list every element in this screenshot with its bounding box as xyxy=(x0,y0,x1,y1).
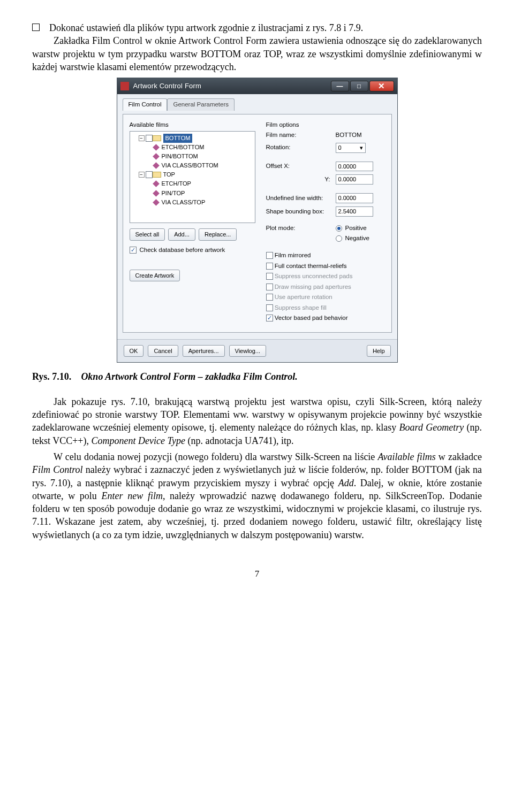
aperture-rotation-checkbox[interactable] xyxy=(266,294,273,301)
bullet-marker xyxy=(32,24,40,31)
tab-film-control[interactable]: Film Control xyxy=(123,98,168,111)
offset-x-input[interactable]: 0.0000 xyxy=(336,162,373,172)
caption-text: Okno Artwork Control Form – zakładka Fil… xyxy=(81,371,297,382)
vector-pad-label: Vector based pad behavior xyxy=(275,314,348,323)
suppress-pads-label: Suppress unconnected pads xyxy=(275,272,353,281)
tab-general-parameters[interactable]: General Parameters xyxy=(167,98,235,111)
create-artwork-button[interactable]: Create Artwork xyxy=(130,270,180,282)
tree-item[interactable]: ETCH/BOTTOM xyxy=(162,143,205,152)
check-database-label: Check database before artwork xyxy=(140,246,225,255)
layer-icon xyxy=(153,190,160,197)
vector-pad-checkbox[interactable]: ✓ xyxy=(266,315,273,321)
film-options-label: Film options xyxy=(266,121,385,129)
bullet-text: Dokonać ustawień dla plików typu artwork… xyxy=(49,21,363,34)
dialog-screenshot: Artwork Control Form — □ ✕ Film Control … xyxy=(32,78,482,363)
tree-item-bottom[interactable]: BOTTOM xyxy=(163,134,193,143)
tree-item[interactable]: ETCH/TOP xyxy=(162,179,191,188)
film-name-value: BOTTOM xyxy=(336,131,362,140)
folder-icon xyxy=(153,135,161,141)
tree-item[interactable]: PIN/TOP xyxy=(162,189,185,198)
shape-bounding-box-input[interactable]: 2.5400 xyxy=(336,206,373,217)
shape-bounding-box-label: Shape bounding box: xyxy=(266,208,336,216)
aperture-rotation-label: Use aperture rotation xyxy=(275,293,332,302)
tabs: Film Control General Parameters xyxy=(123,98,392,111)
film-name-label: Film name: xyxy=(266,131,336,140)
maximize-icon: □ xyxy=(357,82,361,90)
suppress-shape-label: Suppress shape fill xyxy=(275,304,327,312)
chevron-down-icon: ▾ xyxy=(360,144,363,152)
intro-paragraph: Zakładka Film Control w oknie Artwork Co… xyxy=(32,34,482,73)
suppress-shape-checkbox[interactable] xyxy=(266,304,273,311)
suppress-pads-checkbox[interactable] xyxy=(266,273,273,280)
tree-item-top[interactable]: TOP xyxy=(163,170,175,179)
help-button[interactable]: Help xyxy=(367,345,391,357)
tree-collapse-icon[interactable]: − xyxy=(139,172,145,178)
undefined-line-width-label: Undefined line width: xyxy=(266,194,336,203)
tree-item[interactable]: VIA CLASS/TOP xyxy=(162,198,206,207)
add-button[interactable]: Add... xyxy=(168,228,195,241)
rotation-select[interactable]: 0▾ xyxy=(336,143,366,153)
negative-radio[interactable] xyxy=(336,235,342,242)
draw-missing-label: Draw missing pad apertures xyxy=(275,283,351,292)
thermal-reliefs-checkbox[interactable] xyxy=(266,263,273,270)
folder-icon xyxy=(153,172,161,178)
select-all-button[interactable]: Select all xyxy=(130,228,165,241)
page-number: 7 xyxy=(32,568,482,580)
undefined-line-width-input[interactable]: 0.0000 xyxy=(336,193,373,203)
negative-label: Negative xyxy=(345,234,369,243)
offset-y-input[interactable]: 0.0000 xyxy=(336,174,373,185)
plot-mode-label: Plot mode: xyxy=(266,224,336,233)
artwork-control-form-window: Artwork Control Form — □ ✕ Film Control … xyxy=(117,78,398,363)
caption-label: Rys. 7.10. xyxy=(32,371,71,382)
layer-icon xyxy=(153,144,160,151)
layer-icon xyxy=(153,199,160,206)
viewlog-button[interactable]: Viewlog... xyxy=(229,345,267,357)
available-films-label: Available films xyxy=(130,121,255,129)
thermal-reliefs-label: Full contact thermal-reliefs xyxy=(275,262,347,271)
dialog-button-bar: OK Cancel Apertures... Viewlog... Help xyxy=(117,339,397,363)
check-icon: ✓ xyxy=(131,246,135,254)
check-database-checkbox[interactable]: ✓ xyxy=(130,247,137,254)
layer-icon xyxy=(153,163,160,170)
replace-button[interactable]: Replace... xyxy=(199,228,237,241)
film-mirrored-checkbox[interactable] xyxy=(266,252,273,259)
offset-y-label: Y: xyxy=(266,175,336,184)
body-paragraph-2: W celu dodania nowej pozycji (nowego fol… xyxy=(32,450,482,541)
bullet-item: Dokonać ustawień dla plików typu artwork… xyxy=(32,21,482,34)
ok-button[interactable]: OK xyxy=(124,345,144,357)
tree-checkbox[interactable] xyxy=(146,135,153,142)
check-icon: ✓ xyxy=(267,314,272,322)
tree-checkbox[interactable] xyxy=(146,171,153,178)
tree-item[interactable]: PIN/BOTTOM xyxy=(162,152,198,161)
cancel-button[interactable]: Cancel xyxy=(148,345,178,357)
apertures-button[interactable]: Apertures... xyxy=(183,345,225,357)
film-mirrored-label: Film mirrored xyxy=(275,251,311,260)
offset-x-label: Offset X: xyxy=(266,162,336,171)
rotation-label: Rotation: xyxy=(266,143,336,152)
positive-label: Positive xyxy=(345,224,367,233)
layer-icon xyxy=(153,181,160,188)
minimize-button[interactable]: — xyxy=(331,81,349,91)
tree-collapse-icon[interactable]: − xyxy=(139,135,145,141)
maximize-button[interactable]: □ xyxy=(350,81,368,91)
titlebar: Artwork Control Form — □ ✕ xyxy=(117,78,397,94)
available-films-tree[interactable]: −BOTTOM ETCH/BOTTOM PIN/BOTTOM VIA CLASS… xyxy=(130,131,255,223)
positive-radio[interactable] xyxy=(336,225,342,232)
draw-missing-checkbox[interactable] xyxy=(266,284,273,290)
close-icon: ✕ xyxy=(378,81,385,91)
app-icon xyxy=(120,82,129,90)
figure-caption: Rys. 7.10. Okno Artwork Control Form – z… xyxy=(32,370,482,383)
tree-item[interactable]: VIA CLASS/BOTTOM xyxy=(162,161,218,170)
close-button[interactable]: ✕ xyxy=(369,81,394,91)
window-title: Artwork Control Form xyxy=(133,81,331,91)
body-paragraph-1: Jak pokazuje rys. 7.10, brakującą warstw… xyxy=(32,395,482,447)
minimize-icon: — xyxy=(337,82,343,90)
layer-icon xyxy=(153,153,160,160)
